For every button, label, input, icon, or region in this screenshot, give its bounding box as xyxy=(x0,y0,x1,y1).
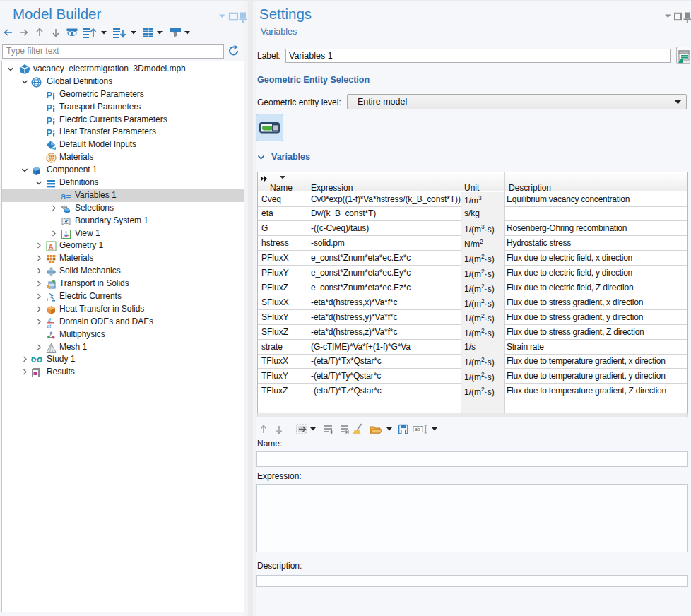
svg-text:P: P xyxy=(47,90,52,100)
svg-text:a=: a= xyxy=(61,191,71,201)
svg-text:ab: ab xyxy=(415,427,420,432)
svg-text:P: P xyxy=(47,128,52,138)
svg-text:P: P xyxy=(47,103,52,113)
svg-text:dt: dt xyxy=(47,322,52,328)
svg-text:P: P xyxy=(47,116,52,126)
svg-text:+: + xyxy=(46,297,49,302)
